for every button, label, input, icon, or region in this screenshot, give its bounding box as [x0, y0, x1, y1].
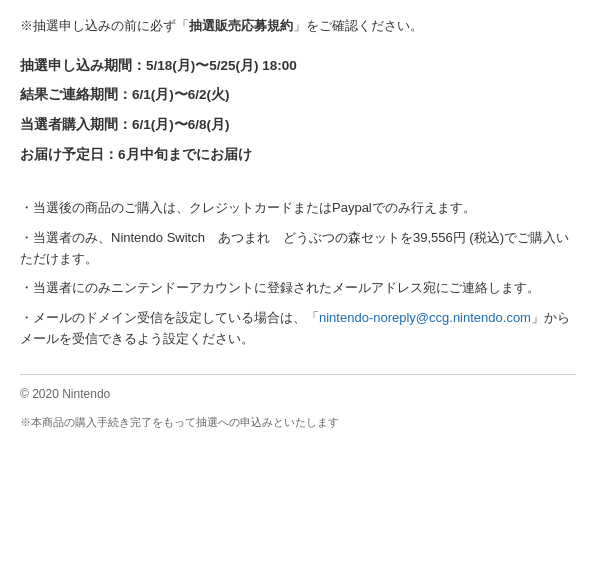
info-item-3: ・当選者にのみニンテンドーアカウントに登録されたメールアドレス宛にご連絡します。 — [20, 277, 576, 298]
schedule-section: 抽選申し込み期間：5/18(月)〜5/25(月) 18:00 結果ご連絡期間：6… — [20, 55, 576, 165]
info-item-2: ・当選者のみ、Nintendo Switch あつまれ どうぶつの森セットを39… — [20, 227, 576, 270]
schedule-item-2: 結果ご連絡期間：6/1(月)〜6/2(火) — [20, 84, 576, 106]
schedule-item-1: 抽選申し込み期間：5/18(月)〜5/25(月) 18:00 — [20, 55, 576, 77]
nintendo-email-link[interactable]: nintendo-noreply@ccg.nintendo.com — [319, 310, 531, 325]
notice-suffix: 」をご確認ください。 — [293, 18, 423, 33]
info-item-4-prefix: ・メールのドメイン受信を設定している場合は、「 — [20, 310, 319, 325]
footer-note: ※本商品の購入手続き完了をもって抽選への申込みといたします — [20, 414, 576, 432]
notice-prefix: ※抽選申し込みの前に必ず「 — [20, 18, 189, 33]
info-section: ・当選後の商品のご購入は、クレジットカードまたはPaypalでのみ行えます。 ・… — [20, 197, 576, 350]
notice-link[interactable]: 抽選販売応募規約 — [189, 18, 293, 33]
info-item-1: ・当選後の商品のご購入は、クレジットカードまたはPaypalでのみ行えます。 — [20, 197, 576, 218]
info-item-4: ・メールのドメイン受信を設定している場合は、「nintendo-noreply@… — [20, 307, 576, 350]
top-notice: ※抽選申し込みの前に必ず「抽選販売応募規約」をご確認ください。 — [20, 16, 576, 37]
schedule-item-3: 当選者購入期間：6/1(月)〜6/8(月) — [20, 114, 576, 136]
footer-section: © 2020 Nintendo ※本商品の購入手続き完了をもって抽選への申込みと… — [20, 374, 576, 432]
copyright: © 2020 Nintendo — [20, 385, 576, 404]
schedule-item-4: お届け予定日：6月中旬までにお届け — [20, 144, 576, 166]
